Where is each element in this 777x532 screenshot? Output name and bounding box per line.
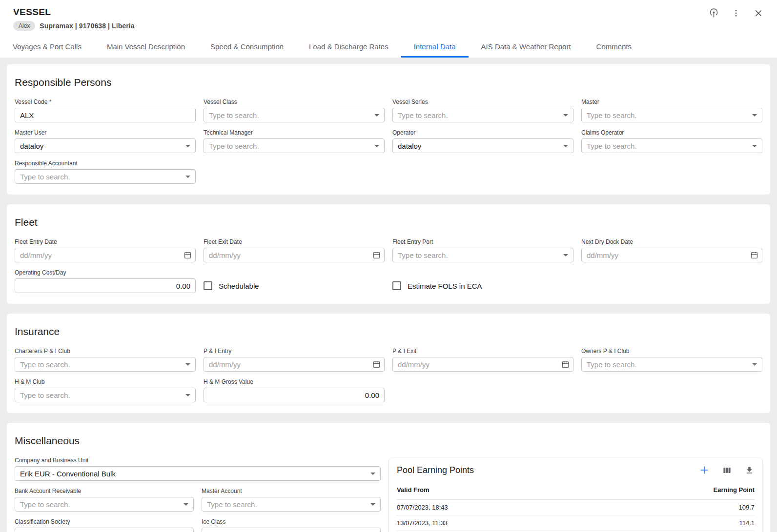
checkbox-label: Schedulable <box>219 282 259 290</box>
tab-internal-data[interactable]: Internal Data <box>401 37 469 58</box>
tab-load-discharge-rates[interactable]: Load & Discharge Rates <box>296 37 401 58</box>
vessel-subtitle: Supramax | 9170638 | Liberia <box>40 22 134 30</box>
field-label: Responsible Accountant <box>15 160 196 167</box>
calendar-icon[interactable] <box>750 251 758 259</box>
vessel-series-field: Vessel Series Type to search. <box>392 99 573 122</box>
field-label: Vessel Series <box>392 99 573 105</box>
ice-class-combobox[interactable]: 1C <box>202 528 381 532</box>
chevron-down-icon <box>370 473 375 475</box>
columns-icon[interactable] <box>721 465 732 475</box>
valid-from-cell: 13/07/2023, 11:33 <box>397 515 595 531</box>
estimate-fols-in-eca-checkbox-field: Estimate FOLS in ECA <box>392 278 573 293</box>
charterers-pi-club-combobox[interactable]: Type to search. <box>15 357 196 372</box>
chevron-down-icon <box>374 145 379 147</box>
master-field: Master Type to search. <box>581 99 762 122</box>
tab-comments[interactable]: Comments <box>584 37 645 58</box>
chevron-down-icon <box>185 176 190 178</box>
checkbox-label: Estimate FOLS in ECA <box>408 282 482 290</box>
field-label: Operator <box>392 129 573 136</box>
field-label: Owners P & I Club <box>581 348 762 355</box>
charterers-pi-club-field: Charterers P & I Club Type to search. <box>15 348 196 372</box>
operating-cost-day-input[interactable] <box>15 278 196 293</box>
vessel-class-field: Vessel Class Type to search. <box>204 99 385 122</box>
calendar-icon[interactable] <box>372 360 381 369</box>
field-label: Charterers P & I Club <box>15 348 196 355</box>
next-dry-dock-date-input[interactable] <box>581 248 762 262</box>
fleet-exit-date-field: Fleet Exit Date <box>204 238 385 262</box>
owners-pi-club-combobox[interactable]: Type to search. <box>581 357 762 372</box>
calendar-icon[interactable] <box>372 251 381 259</box>
field-label: Claims Operator <box>581 129 762 136</box>
close-icon[interactable] <box>753 8 764 19</box>
fleet-entry-port-field: Fleet Entry Port Type to search. <box>392 238 573 262</box>
bank-account-receivable-combobox[interactable]: Type to search. <box>15 497 194 512</box>
responsible-accountant-combobox[interactable]: Type to search. <box>15 169 196 184</box>
tab-ais-data-weather-report[interactable]: AIS Data & Weather Report <box>469 37 584 58</box>
add-icon[interactable] <box>699 465 710 475</box>
broadcast-icon[interactable] <box>708 8 719 19</box>
operator-combobox[interactable]: dataloy <box>392 138 573 153</box>
fleet-exit-date-input[interactable] <box>204 248 385 262</box>
operating-cost-day-field: Operating Cost/Day <box>15 269 196 293</box>
next-dry-dock-date-field: Next Dry Dock Date <box>581 238 762 262</box>
field-label: Fleet Entry Date <box>15 238 196 245</box>
pool-earning-points-card: Pool Earning Points <box>389 458 762 532</box>
field-label: Next Dry Dock Date <box>581 238 762 245</box>
pi-entry-date-input[interactable] <box>204 357 385 372</box>
fleet-entry-date-input[interactable] <box>15 248 196 262</box>
field-label: Vessel Code * <box>15 99 196 105</box>
vessel-code-input[interactable] <box>15 108 196 122</box>
earning-point-cell: 114.1 <box>595 515 755 531</box>
vessel-code-field: Vessel Code * <box>15 99 196 122</box>
tab-main-vessel-description[interactable]: Main Vessel Description <box>94 37 198 58</box>
chevron-down-icon <box>752 145 757 147</box>
technical-manager-combobox[interactable]: Type to search. <box>204 138 385 153</box>
hm-club-combobox[interactable]: Type to search. <box>15 388 196 402</box>
section-title: Miscellaneous <box>15 435 762 447</box>
chevron-down-icon <box>374 114 379 117</box>
calendar-icon[interactable] <box>184 251 192 259</box>
hm-gross-value-input[interactable] <box>204 388 385 402</box>
claims-operator-field: Claims Operator Type to search. <box>581 129 762 153</box>
classification-society-combobox[interactable]: Bureau Veritas, BV <box>15 528 194 532</box>
vessel-series-combobox[interactable]: Type to search. <box>392 108 573 122</box>
tab-voyages-port-calls[interactable]: Voyages & Port Calls <box>0 37 94 58</box>
column-header-earning-point[interactable]: Earning Point <box>595 483 755 500</box>
table-row[interactable]: 13/07/2023, 11:33 114.1 <box>397 515 755 531</box>
field-label: Ice Class <box>202 518 381 525</box>
master-user-combobox[interactable]: dataloy <box>15 138 196 153</box>
kebab-menu-icon[interactable] <box>731 8 741 19</box>
chevron-down-icon <box>184 503 188 506</box>
hm-gross-value-field: H & M Gross Value <box>204 378 385 402</box>
column-header-valid-from[interactable]: Valid From <box>397 483 595 500</box>
pool-earning-points-title: Pool Earning Points <box>397 465 474 475</box>
pi-exit-date-input[interactable] <box>392 357 573 372</box>
fleet-entry-date-field: Fleet Entry Date <box>15 238 196 262</box>
field-label: Company and Business Unit <box>15 457 381 464</box>
insurance-section: Insurance Charterers P & I Club Type to … <box>7 314 770 413</box>
schedulable-checkbox[interactable] <box>204 281 212 290</box>
vessel-alias-badge: Alex <box>13 21 35 31</box>
field-label: Master <box>581 99 762 105</box>
selected-value: dataloy <box>20 142 43 150</box>
tab-speed-consumption[interactable]: Speed & Consumption <box>198 37 296 58</box>
master-combobox[interactable]: Type to search. <box>581 108 762 122</box>
fleet-entry-port-combobox[interactable]: Type to search. <box>392 248 573 262</box>
field-label: P & I Entry <box>204 348 385 355</box>
download-icon[interactable] <box>744 465 755 475</box>
placeholder-text: Type to search. <box>587 360 637 369</box>
pi-exit-field: P & I Exit <box>392 348 573 372</box>
schedulable-checkbox-field: Schedulable <box>204 278 385 293</box>
estimate-fols-in-eca-checkbox[interactable] <box>392 281 401 290</box>
placeholder-text: Type to search. <box>207 500 257 509</box>
chevron-down-icon <box>563 254 568 256</box>
company-and-business-unit-combobox[interactable]: Erik EUR - Conventional Bulk <box>15 466 381 481</box>
calendar-icon[interactable] <box>561 360 570 369</box>
vessel-class-combobox[interactable]: Type to search. <box>204 108 385 122</box>
operator-field: Operator dataloy <box>392 129 573 153</box>
claims-operator-combobox[interactable]: Type to search. <box>581 138 762 153</box>
field-label: H & M Club <box>15 378 196 385</box>
master-account-combobox[interactable]: Type to search. <box>202 497 381 512</box>
table-row[interactable]: 07/07/2023, 18:43 109.7 <box>397 500 755 515</box>
field-label: Bank Account Receivable <box>15 488 194 494</box>
